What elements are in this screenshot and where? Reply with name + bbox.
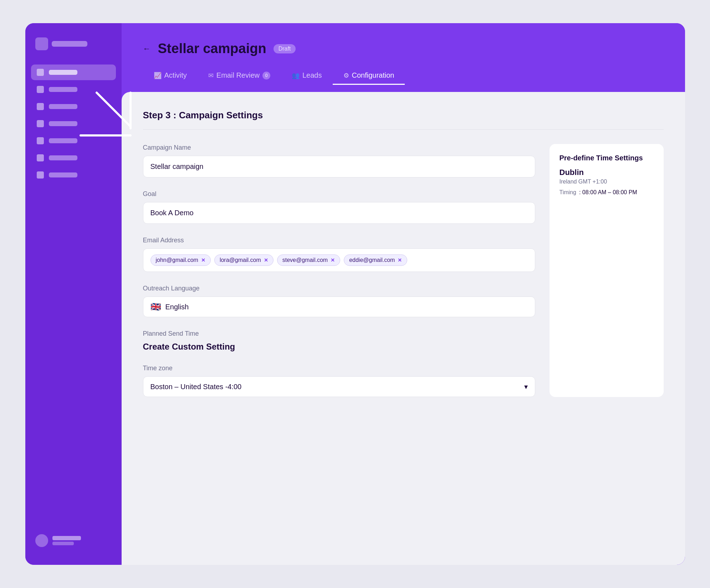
help-icon — [37, 154, 44, 161]
user-avatar — [35, 534, 48, 547]
send-time-label: Planned Send Time — [143, 330, 535, 337]
goal-label: Goal — [143, 190, 535, 198]
tab-configuration[interactable]: ⚙ Configuration — [333, 67, 405, 85]
sidebar-item-dashboard[interactable] — [31, 65, 116, 80]
step-header: Step 3 : Campaign Settings — [143, 110, 664, 130]
email-chips-container[interactable]: john@gmail.com ✕ lora@gmail.com ✕ steve@… — [143, 248, 535, 272]
dashboard-icon — [37, 69, 44, 76]
main-content: ← Stellar campaign Draft 📈 Activity ✉ Em… — [122, 23, 685, 565]
sidebar-item-label-help — [49, 155, 77, 160]
sidebar-item-label-inbox — [49, 87, 77, 92]
email-chip-2-text: steve@gmail.com — [282, 257, 328, 263]
city-name: Dublin — [560, 168, 654, 177]
content-area: Step 3 : Campaign Settings Campaign Name… — [122, 92, 685, 565]
sidebar-item-label-settings — [49, 172, 77, 177]
campaign-name-group: Campaign Name — [143, 144, 535, 177]
goal-group: Goal — [143, 190, 535, 224]
timing-label: Timing — [560, 189, 576, 196]
user-role — [52, 542, 74, 545]
top-header: ← Stellar campaign Draft — [122, 23, 685, 56]
tab-leads[interactable]: 👥 Leads — [281, 67, 333, 85]
tab-email-review[interactable]: ✉ Email Review 0 — [198, 67, 281, 85]
email-chip-3[interactable]: eddie@gmail.com ✕ — [344, 254, 407, 266]
sidebar-item-label-dashboard — [49, 70, 77, 75]
app-container: ← Stellar campaign Draft 📈 Activity ✉ Em… — [25, 23, 685, 565]
draft-badge: Draft — [274, 44, 296, 53]
language-group: Outreach Language 🇬🇧 English — [143, 285, 535, 317]
user-info — [52, 536, 81, 545]
goal-input[interactable] — [143, 202, 535, 224]
inbox-icon — [37, 86, 44, 93]
language-label: Outreach Language — [143, 285, 535, 292]
tab-navigation: 📈 Activity ✉ Email Review 0 👥 Leads ⚙ Co… — [122, 56, 685, 85]
page-title: Stellar campaign — [158, 41, 266, 56]
language-selector[interactable]: 🇬🇧 English — [143, 296, 535, 317]
campaign-icon — [37, 103, 44, 110]
back-button[interactable]: ← — [143, 44, 151, 53]
timezone-value: Boston – United States -4:00 — [150, 383, 242, 391]
tab-leads-label: Leads — [302, 71, 322, 79]
tab-activity-label: Activity — [164, 71, 187, 79]
sidebar-nav — [25, 65, 122, 527]
predefined-time-panel: Pre-define Time Settings Dublin Ireland … — [550, 144, 664, 397]
sidebar-item-help[interactable] — [31, 150, 116, 166]
email-chip-3-text: eddie@gmail.com — [349, 257, 395, 263]
email-address-group: Email Address john@gmail.com ✕ lora@gmai… — [143, 237, 535, 272]
sidebar-logo — [25, 37, 122, 65]
settings-icon — [37, 171, 44, 179]
tab-configuration-label: Configuration — [352, 71, 394, 79]
sidebar-item-label-mailbox — [49, 138, 77, 143]
email-chip-3-remove[interactable]: ✕ — [398, 257, 402, 263]
timing-row: Timing : 08:00 AM – 08:00 PM — [560, 189, 654, 196]
sidebar-item-campaign[interactable] — [31, 99, 116, 114]
mailbox-icon — [37, 137, 44, 144]
campaign-name-label: Campaign Name — [143, 144, 535, 151]
email-chip-2-remove[interactable]: ✕ — [331, 257, 335, 263]
leads-tab-icon: 👥 — [292, 72, 300, 79]
configuration-icon: ⚙ — [343, 72, 349, 79]
campaign-name-input[interactable] — [143, 156, 535, 177]
predefined-title: Pre-define Time Settings — [560, 154, 654, 162]
language-value: English — [165, 303, 189, 311]
sidebar-item-inbox[interactable] — [31, 82, 116, 97]
tab-email-review-label: Email Review — [216, 71, 260, 79]
email-chip-1-remove[interactable]: ✕ — [264, 257, 268, 263]
email-chip-0-text: john@gmail.com — [156, 257, 198, 263]
email-chip-2[interactable]: steve@gmail.com ✕ — [277, 254, 340, 266]
email-chip-0[interactable]: john@gmail.com ✕ — [150, 254, 211, 266]
city-gmt: Ireland GMT +1:00 — [560, 179, 654, 185]
activity-icon: 📈 — [154, 72, 162, 79]
email-review-badge: 0 — [262, 72, 270, 79]
timezone-select[interactable]: Boston – United States -4:00 ▾ — [143, 376, 535, 397]
email-chip-0-remove[interactable]: ✕ — [201, 257, 205, 263]
logo-icon — [35, 37, 48, 50]
logo-text — [52, 41, 87, 47]
form-section: Campaign Name Goal Email Address john@ — [143, 144, 664, 397]
tab-activity[interactable]: 📈 Activity — [143, 67, 198, 85]
email-chip-1-text: lora@gmail.com — [220, 257, 261, 263]
sidebar-footer — [25, 527, 122, 554]
sidebar-item-settings[interactable] — [31, 167, 116, 183]
email-review-icon: ✉ — [208, 72, 214, 79]
send-time-title: Create Custom Setting — [143, 342, 535, 352]
sidebar-item-label-campaign — [49, 104, 77, 109]
sidebar — [25, 23, 122, 565]
timezone-label: Time zone — [143, 365, 535, 372]
user-name — [52, 536, 81, 540]
leads-icon — [37, 120, 44, 127]
form-main: Campaign Name Goal Email Address john@ — [143, 144, 535, 397]
email-address-label: Email Address — [143, 237, 535, 244]
sidebar-item-mailbox[interactable] — [31, 133, 116, 149]
send-time-group: Planned Send Time Create Custom Setting … — [143, 330, 535, 397]
language-flag: 🇬🇧 — [150, 302, 161, 312]
sidebar-item-label-leads — [49, 121, 77, 126]
sidebar-item-leads[interactable] — [31, 116, 116, 131]
timezone-arrow-icon: ▾ — [524, 382, 528, 391]
timing-value: : 08:00 AM – 08:00 PM — [579, 189, 637, 196]
email-chip-1[interactable]: lora@gmail.com ✕ — [214, 254, 274, 266]
